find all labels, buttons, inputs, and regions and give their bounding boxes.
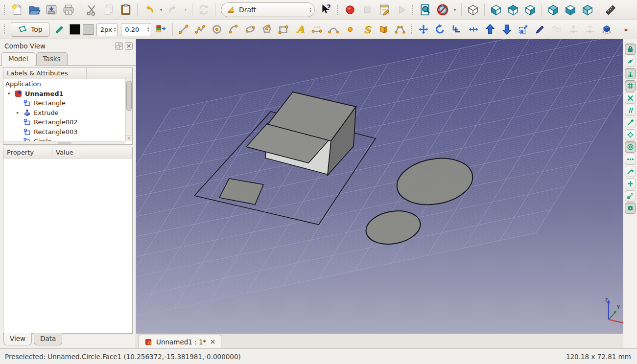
workbench-selector[interactable]: Draft▴▾ bbox=[221, 2, 315, 17]
snap-center[interactable] bbox=[625, 141, 636, 153]
working-plane-button[interactable]: Top bbox=[11, 22, 49, 37]
snap-special[interactable] bbox=[625, 129, 636, 140]
draft-downgrade[interactable] bbox=[499, 22, 515, 37]
draft-to-sketch[interactable] bbox=[599, 22, 615, 37]
snap-parallel[interactable] bbox=[625, 105, 636, 116]
macro-record[interactable] bbox=[342, 2, 358, 18]
draft-offset[interactable] bbox=[449, 22, 465, 37]
draft-dimension[interactable] bbox=[309, 22, 325, 37]
scale-spin[interactable]: 0,20▴▾ bbox=[121, 23, 151, 36]
open-document[interactable] bbox=[26, 2, 43, 18]
snap-midpoint[interactable] bbox=[625, 56, 636, 67]
draw-style-dropdown[interactable]: ▾ bbox=[451, 2, 458, 18]
view-axonometric[interactable] bbox=[465, 2, 481, 18]
3d-viewport[interactable]: z Y x bbox=[136, 39, 623, 334]
view-rear[interactable] bbox=[545, 2, 562, 18]
view-top[interactable] bbox=[505, 2, 521, 18]
snap-intersection[interactable] bbox=[625, 92, 636, 104]
draft-line[interactable] bbox=[176, 22, 192, 37]
construction-mode-toggle[interactable] bbox=[52, 22, 68, 37]
draft-delete-point[interactable] bbox=[582, 22, 598, 37]
copy[interactable] bbox=[100, 2, 117, 18]
macro-edit[interactable] bbox=[376, 2, 393, 18]
snap-grid[interactable] bbox=[625, 80, 636, 91]
print[interactable] bbox=[60, 2, 77, 18]
view-bottom[interactable] bbox=[562, 2, 579, 18]
tree-item-extrude[interactable]: ▸Extrude bbox=[3, 108, 125, 118]
save-document[interactable] bbox=[43, 2, 60, 18]
spin-arrows[interactable]: ▴▾ bbox=[147, 26, 149, 32]
draft-scale[interactable] bbox=[516, 22, 532, 37]
paste[interactable] bbox=[118, 2, 134, 18]
toolbar-overflow[interactable]: » bbox=[619, 22, 635, 37]
panel-float-button[interactable] bbox=[115, 42, 123, 50]
new-document[interactable] bbox=[9, 2, 25, 18]
snap-dimensions[interactable] bbox=[625, 190, 636, 202]
apply-style[interactable] bbox=[153, 22, 169, 37]
draft-text[interactable]: A bbox=[292, 22, 308, 37]
snap-near[interactable] bbox=[625, 154, 636, 165]
measure-distance[interactable] bbox=[602, 2, 619, 18]
undo[interactable] bbox=[141, 2, 157, 18]
refresh[interactable] bbox=[195, 2, 212, 18]
snap-ortho[interactable] bbox=[625, 203, 636, 214]
expander-icon[interactable]: ▾ bbox=[8, 91, 14, 96]
snap-angle[interactable] bbox=[625, 166, 636, 177]
spin-arrows[interactable]: ▴▾ bbox=[114, 26, 116, 32]
panel-close-button[interactable] bbox=[125, 42, 133, 50]
redo-dropdown[interactable]: ▾ bbox=[182, 2, 189, 18]
view-front[interactable] bbox=[488, 2, 504, 18]
tree-horizontal-scrollbar[interactable] bbox=[3, 141, 125, 144]
line-color-swatch[interactable] bbox=[70, 24, 80, 35]
scrollbar-grip[interactable] bbox=[58, 142, 71, 144]
cut[interactable] bbox=[83, 2, 100, 18]
tab-view[interactable]: View bbox=[3, 333, 32, 345]
snap-endpoint[interactable] bbox=[625, 117, 636, 128]
snap-perpendicular[interactable] bbox=[625, 68, 636, 79]
draft-facebinder[interactable] bbox=[376, 22, 392, 37]
face-color-swatch[interactable] bbox=[83, 24, 94, 35]
tree-item-rectangle002[interactable]: Rectangle002 bbox=[3, 117, 125, 127]
draft-circle[interactable] bbox=[209, 22, 225, 37]
draft-arc[interactable] bbox=[226, 22, 242, 37]
draft-rotate[interactable] bbox=[432, 22, 448, 37]
draft-edit[interactable] bbox=[532, 22, 548, 37]
draft-upgrade[interactable] bbox=[482, 22, 498, 37]
tab-model[interactable]: Model bbox=[1, 52, 35, 66]
scrollbar-down-arrow[interactable]: ▾ bbox=[126, 135, 132, 141]
tree-item-application[interactable]: Application bbox=[3, 79, 125, 89]
expander-icon[interactable]: ▸ bbox=[17, 110, 23, 115]
tree-item-circle[interactable]: Circle bbox=[3, 136, 125, 141]
draft-ellipse[interactable] bbox=[242, 22, 259, 37]
draft-polygon[interactable] bbox=[259, 22, 275, 37]
redo[interactable] bbox=[165, 2, 182, 18]
macro-stop[interactable] bbox=[359, 2, 376, 18]
line-width-spin[interactable]: 2px▴▾ bbox=[96, 23, 118, 36]
document-tab[interactable]: Unnamed1 : 1* bbox=[139, 335, 221, 348]
draft-bspline[interactable] bbox=[326, 22, 342, 37]
draft-add-point[interactable] bbox=[566, 22, 582, 37]
draw-style[interactable] bbox=[434, 2, 451, 18]
macro-play[interactable] bbox=[393, 2, 410, 18]
draft-move[interactable] bbox=[416, 22, 432, 37]
view-right[interactable] bbox=[522, 2, 539, 18]
draft-trimex[interactable] bbox=[466, 22, 482, 37]
value-column-header[interactable]: Value bbox=[52, 147, 132, 158]
draft-polyline[interactable] bbox=[192, 22, 209, 37]
document-tab-close-button[interactable] bbox=[210, 339, 215, 344]
fit-all[interactable] bbox=[417, 2, 434, 18]
scrollbar-thumb[interactable] bbox=[126, 81, 132, 111]
tree-vertical-scrollbar[interactable]: ▾ bbox=[125, 79, 132, 141]
spin-arrows[interactable]: ▴▾ bbox=[309, 7, 311, 13]
draft-shapestring[interactable]: S bbox=[359, 22, 375, 37]
tree-item-rectangle003[interactable]: Rectangle003 bbox=[3, 127, 125, 137]
draft-wire-to-bspline[interactable] bbox=[549, 22, 565, 37]
undo-dropdown[interactable]: ▾ bbox=[158, 2, 165, 18]
draft-bezier[interactable] bbox=[392, 22, 408, 37]
whats-this[interactable] bbox=[318, 2, 334, 18]
property-column-header[interactable]: Property bbox=[3, 147, 52, 158]
tab-tasks[interactable]: Tasks bbox=[36, 52, 68, 65]
draft-rectangle[interactable] bbox=[276, 22, 292, 37]
tree-item-unnamed1[interactable]: ▾Unnamed1 bbox=[3, 89, 125, 99]
viewport-canvas[interactable]: z Y x bbox=[136, 39, 623, 334]
